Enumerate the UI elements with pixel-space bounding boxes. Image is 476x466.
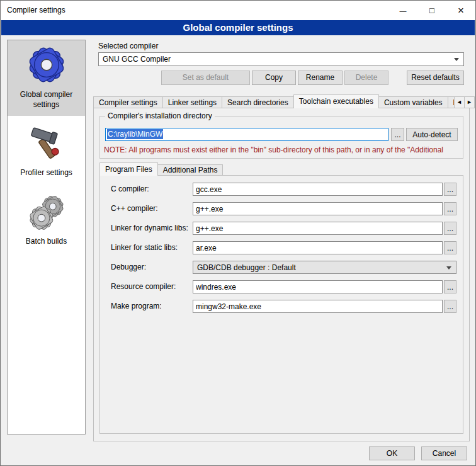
tab-custom-variables[interactable]: Custom variables [378,96,448,108]
dynamic-linker-row: Linker for dynamic libs: ... [99,222,463,235]
cpp-compiler-input[interactable] [193,202,443,215]
debugger-select-value: GDB/CDB debugger : Default [197,263,296,272]
ok-button[interactable]: OK [369,446,415,460]
make-program-input[interactable] [193,300,443,313]
c-compiler-row: C compiler: ... [99,183,463,196]
minimize-button[interactable]: — [388,1,417,20]
tab-search-directories[interactable]: Search directories [222,96,294,108]
chevron-down-icon [454,58,459,61]
resource-compiler-browse-button[interactable]: ... [444,280,456,293]
installation-directory-input[interactable]: C:\raylib\MinGW [105,128,388,141]
gray-gears-icon [28,195,65,231]
tab-scroll-right-icon[interactable]: ► [464,96,475,108]
debugger-select[interactable]: GDB/CDB debugger : Default [193,261,456,274]
compiler-settings-window: Compiler settings — □ × Global compiler … [0,0,476,466]
c-compiler-input[interactable] [193,183,443,196]
tab-compiler-settings[interactable]: Compiler settings [93,96,163,108]
debugger-row: Debugger: GDB/CDB debugger : Default [99,261,463,274]
tab-linker-settings[interactable]: Linker settings [162,96,222,108]
sidebar-item-label: Global compiler settings [9,90,83,110]
program-files-tabs: Program Files Additional Paths [99,162,463,176]
static-linker-input[interactable] [193,241,443,254]
copy-button[interactable]: Copy [252,71,296,85]
tab-toolchain-executables[interactable]: Toolchain executables [293,94,379,108]
make-program-browse-button[interactable]: ... [444,300,456,313]
static-linker-row: Linker for static libs: ... [99,241,463,254]
static-linker-browse-button[interactable]: ... [444,241,456,254]
installation-directory-browse-button[interactable]: ... [391,128,404,141]
compiler-select-value: GNU GCC Compiler [103,55,171,64]
auto-detect-button[interactable]: Auto-detect [406,128,458,141]
title-bar: Compiler settings — □ × [1,1,475,20]
installation-directory-group: Compiler's installation directory C:\ray… [99,116,463,159]
compiler-settings-tabs: Compiler settings Linker settings Search… [93,94,470,108]
resource-compiler-label: Resource compiler: [111,280,176,293]
cpp-compiler-browse-button[interactable]: ... [444,202,456,215]
resource-compiler-input[interactable] [193,280,443,293]
sidebar-item-profiler-settings[interactable]: Profiler settings [8,121,85,185]
installation-directory-value: C:\raylib\MinGW [107,129,163,139]
delete-button: Delete [344,71,388,85]
installation-directory-group-title: Compiler's installation directory [105,111,215,120]
maximize-button[interactable]: □ [417,1,446,20]
maximize-icon: □ [429,6,434,15]
close-icon: × [458,4,464,17]
reset-defaults-button[interactable]: Reset defaults [407,71,464,85]
dynamic-linker-browse-button[interactable]: ... [444,222,456,235]
tab-additional-paths[interactable]: Additional Paths [157,164,224,176]
sidebar-item-label: Profiler settings [9,168,83,178]
resource-compiler-row: Resource compiler: ... [99,280,463,293]
rename-button[interactable]: Rename [298,71,343,85]
cpp-compiler-label: C++ compiler: [111,202,158,215]
tab-program-files[interactable]: Program Files [99,162,158,176]
static-linker-label: Linker for static libs: [111,241,178,254]
sidebar-item-batch-builds[interactable]: Batch builds [8,190,85,253]
page-title: Global compiler settings [1,20,475,35]
sidebar-item-global-compiler-settings[interactable]: Global compiler settings [8,40,85,116]
selected-compiler-label: Selected compiler [98,42,158,50]
profiler-hammer-icon [28,126,65,162]
tab-scrollers: ◄ ► [455,96,475,108]
sidebar-item-label: Batch builds [9,237,83,247]
settings-category-list: Global compiler settings Profiler settin… [7,40,86,435]
cancel-button[interactable]: Cancel [421,446,467,460]
c-compiler-browse-button[interactable]: ... [444,183,456,196]
set-as-default-button: Set as default [161,71,250,85]
close-button[interactable]: × [446,1,475,20]
chevron-down-icon [446,266,451,270]
minimize-icon: — [400,7,407,14]
caption-buttons: — □ × [388,1,475,20]
bin-subdirectory-note: NOTE: All programs must exist either in … [104,145,462,154]
c-compiler-label: C compiler: [111,183,149,196]
window-title: Compiler settings [7,6,65,14]
dynamic-linker-input[interactable] [193,222,443,235]
make-program-row: Make program: ... [99,300,463,313]
debugger-label: Debugger: [111,261,146,274]
dynamic-linker-label: Linker for dynamic libs: [111,222,188,235]
tab-scroll-left-icon[interactable]: ◄ [454,96,465,108]
compiler-select[interactable]: GNU GCC Compiler [98,52,464,66]
make-program-label: Make program: [111,300,162,313]
blue-gear-icon [27,45,66,84]
cpp-compiler-row: C++ compiler: ... [99,202,463,215]
